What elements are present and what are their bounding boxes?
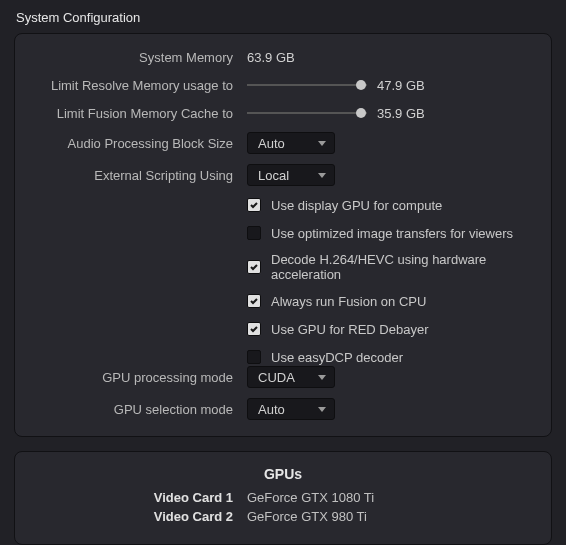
gpu-red-debayer-label[interactable]: Use GPU for RED Debayer [271,322,429,337]
display-gpu-compute-label[interactable]: Use display GPU for compute [271,198,442,213]
system-config-panel: System Memory 63.9 GB Limit Resolve Memo… [14,33,552,437]
fusion-memory-label: Limit Fusion Memory Cache to [33,106,247,121]
system-memory-label: System Memory [33,50,247,65]
resolve-memory-label: Limit Resolve Memory usage to [33,78,247,93]
audio-block-select-value: Auto [258,136,285,151]
fusion-cpu-checkbox[interactable] [247,294,261,308]
optimized-transfers-checkbox[interactable] [247,226,261,240]
gpu-select-label: GPU selection mode [33,402,247,417]
optimized-transfers-label[interactable]: Use optimized image transfers for viewer… [271,226,513,241]
fusion-cpu-label[interactable]: Always run Fusion on CPU [271,294,426,309]
gpu-red-debayer-checkbox[interactable] [247,322,261,336]
fusion-memory-thumb[interactable] [356,108,366,118]
chevron-down-icon [318,141,326,146]
easydcp-checkbox[interactable] [247,350,261,364]
chevron-down-icon [318,375,326,380]
gpu-card-value: GeForce GTX 980 Ti [247,509,367,524]
chevron-down-icon [318,173,326,178]
hw-decode-checkbox[interactable] [247,260,261,274]
fusion-memory-value: 35.9 GB [377,106,425,121]
scripting-select-value: Local [258,168,289,183]
section-title: System Configuration [16,10,552,25]
gpu-select-select[interactable]: Auto [247,398,335,420]
scripting-label: External Scripting Using [33,168,247,183]
gpu-select-select-value: Auto [258,402,285,417]
gpus-title: GPUs [33,466,533,482]
resolve-memory-thumb[interactable] [356,80,366,90]
hw-decode-label[interactable]: Decode H.264/HEVC using hardware acceler… [271,252,533,282]
audio-block-select[interactable]: Auto [247,132,335,154]
display-gpu-compute-checkbox[interactable] [247,198,261,212]
gpu-card-value: GeForce GTX 1080 Ti [247,490,374,505]
gpu-mode-select[interactable]: CUDA [247,366,335,388]
scripting-select[interactable]: Local [247,164,335,186]
gpu-mode-select-value: CUDA [258,370,295,385]
system-memory-value: 63.9 GB [247,50,295,65]
gpu-card-label: Video Card 2 [33,509,247,524]
resolve-memory-slider[interactable] [247,78,367,92]
chevron-down-icon [318,407,326,412]
gpus-panel: GPUs Video Card 1GeForce GTX 1080 TiVide… [14,451,552,545]
gpu-mode-label: GPU processing mode [33,370,247,385]
easydcp-label[interactable]: Use easyDCP decoder [271,350,403,365]
gpu-card-label: Video Card 1 [33,490,247,505]
audio-block-label: Audio Processing Block Size [33,136,247,151]
resolve-memory-value: 47.9 GB [377,78,425,93]
fusion-memory-slider[interactable] [247,106,367,120]
